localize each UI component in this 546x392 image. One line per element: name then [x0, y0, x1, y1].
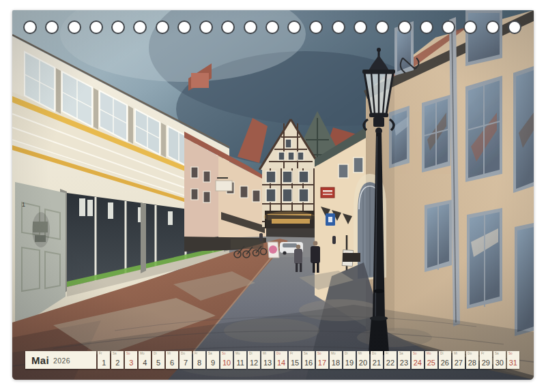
weekday-abbr: So [317, 352, 321, 355]
calendar-day-cell: Fr 29 [480, 351, 492, 369]
binder-hole [420, 20, 433, 34]
calendar-day-cell: Do 21 [371, 351, 383, 369]
weekday-abbr: Mi [263, 352, 266, 355]
weekday-abbr: Di [345, 352, 347, 355]
binder-hole [244, 20, 257, 34]
day-number: 5 [156, 359, 160, 367]
day-number: 14 [277, 359, 285, 367]
calendar-strip: Mai 2026 Fr 1 Sa 2 So 3 Mo 4 Di 5 Mi 6 D… [25, 351, 519, 369]
weekday-abbr: Sa [208, 352, 212, 355]
weekday-abbr: Fr [195, 352, 197, 355]
calendar-day-cell: Mi 6 [166, 351, 178, 369]
day-number: 12 [250, 359, 258, 367]
weekday-abbr: Fr [290, 352, 293, 355]
calendar-day-cell: Mo 18 [330, 351, 342, 369]
day-number: 22 [386, 359, 394, 367]
weekday-abbr: Do [468, 352, 472, 355]
day-number: 18 [332, 359, 340, 367]
weekday-abbr: So [222, 352, 226, 355]
binder-hole [463, 20, 477, 34]
day-number: 27 [455, 359, 463, 367]
day-number: 20 [359, 359, 367, 367]
calendar-day-cell: Di 26 [439, 351, 451, 369]
binder-hole [221, 20, 235, 34]
binder-hole [89, 20, 103, 34]
year-label: 2026 [53, 357, 70, 365]
calendar-day-cell: Do 7 [179, 351, 192, 369]
day-number: 21 [373, 359, 381, 367]
day-number: 3 [129, 359, 133, 367]
calendar-day-cell: Mo 4 [139, 351, 151, 369]
weekday-abbr: Mi [167, 352, 171, 355]
calendar-day-cell: So 3 [125, 351, 137, 369]
binder-hole [265, 20, 279, 34]
weekday-abbr: Sa [495, 352, 499, 355]
binder-hole [287, 20, 301, 34]
weekday-abbr: Do [372, 352, 376, 355]
day-number: 25 [427, 359, 435, 367]
weekday-abbr: Fr [481, 352, 484, 355]
day-number: 9 [211, 359, 215, 367]
binder-hole [23, 20, 37, 34]
weekday-abbr: Fr [386, 352, 388, 355]
calendar-day-cell: Di 5 [152, 351, 164, 369]
weekday-abbr: Do [181, 352, 185, 355]
binder-hole [442, 20, 455, 34]
weekday-abbr: Mi [454, 352, 457, 355]
calendar-day-cell: Sa 2 [111, 351, 124, 369]
day-number: 29 [482, 359, 490, 367]
calendar-day-cell: Do 14 [275, 351, 287, 369]
binder-hole [332, 20, 345, 34]
binder-hole [199, 20, 213, 34]
day-number: 8 [197, 359, 201, 367]
day-number: 16 [304, 359, 313, 367]
binder-hole [398, 20, 412, 34]
binder-hole [354, 20, 367, 34]
calendar-page: 1 [0, 0, 546, 392]
calendar-day-cell: So 24 [412, 351, 424, 369]
binder-hole [375, 20, 389, 34]
day-number: 4 [143, 359, 147, 367]
day-number: 10 [222, 359, 231, 367]
calendar-day-cell: Di 19 [343, 351, 356, 369]
day-number: 1 [102, 359, 106, 367]
weekday-abbr: So [413, 352, 417, 355]
calendar-day-cell: Fr 22 [384, 351, 397, 369]
day-number: 26 [441, 359, 449, 367]
calendar-day-cell: Mo 11 [234, 351, 246, 369]
weekday-abbr: Di [440, 352, 443, 355]
day-strip: Fr 1 Sa 2 So 3 Mo 4 Di 5 Mi 6 Do 7 Fr 8 … [98, 351, 519, 369]
month-label: Mai [31, 355, 49, 366]
binder-hole [486, 20, 500, 34]
day-number: 23 [400, 359, 408, 367]
binder-hole [45, 20, 59, 34]
month-box: Mai 2026 [25, 351, 96, 369]
calendar-day-cell: Do 28 [466, 351, 478, 369]
day-number: 28 [468, 359, 476, 367]
calendar-day-cell: Fr 1 [98, 351, 110, 369]
binder-hole [309, 20, 323, 34]
calendar-day-cell: So 10 [220, 351, 233, 369]
calendar-day-cell: Sa 9 [207, 351, 219, 369]
weekday-abbr: Di [154, 352, 156, 355]
day-number: 24 [414, 359, 422, 367]
calendar-day-cell: Mi 13 [261, 351, 274, 369]
calendar-day-cell: Mo 25 [425, 351, 437, 369]
day-number: 17 [318, 359, 326, 367]
binder-hole [68, 20, 81, 34]
weekday-abbr: Di [249, 352, 252, 355]
weekday-abbr: So [508, 352, 513, 355]
binder-hole [133, 20, 147, 34]
day-number: 19 [345, 359, 354, 367]
weekday-abbr: Mo [235, 352, 240, 355]
day-number: 15 [291, 359, 299, 367]
weekday-abbr: So [126, 352, 130, 355]
calendar-day-cell: Mi 20 [357, 351, 369, 369]
weekday-abbr: Sa [399, 352, 403, 355]
weekday-abbr: Fr [99, 352, 102, 355]
weekday-abbr: Sa [304, 352, 308, 355]
day-number: 31 [509, 359, 517, 367]
day-number: 13 [263, 359, 272, 367]
calendar-day-cell: Sa 30 [493, 351, 506, 369]
calendar-day-cell: So 31 [507, 351, 519, 369]
